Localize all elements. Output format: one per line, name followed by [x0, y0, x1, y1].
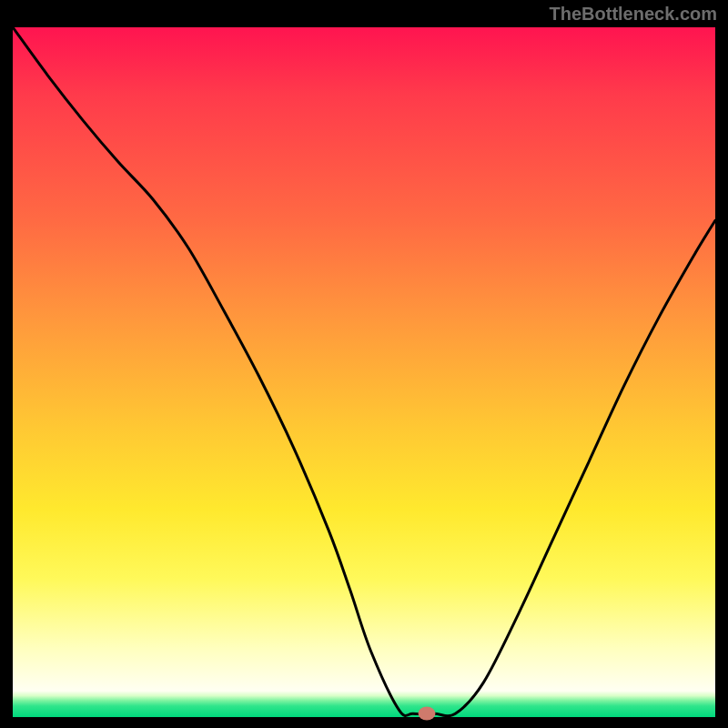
chart-frame: TheBottleneck.com: [0, 0, 728, 728]
optimal-point-marker: [419, 707, 436, 721]
plot-area: [13, 27, 715, 717]
attribution-text: TheBottleneck.com: [550, 4, 717, 25]
bottleneck-curve: [13, 27, 715, 717]
